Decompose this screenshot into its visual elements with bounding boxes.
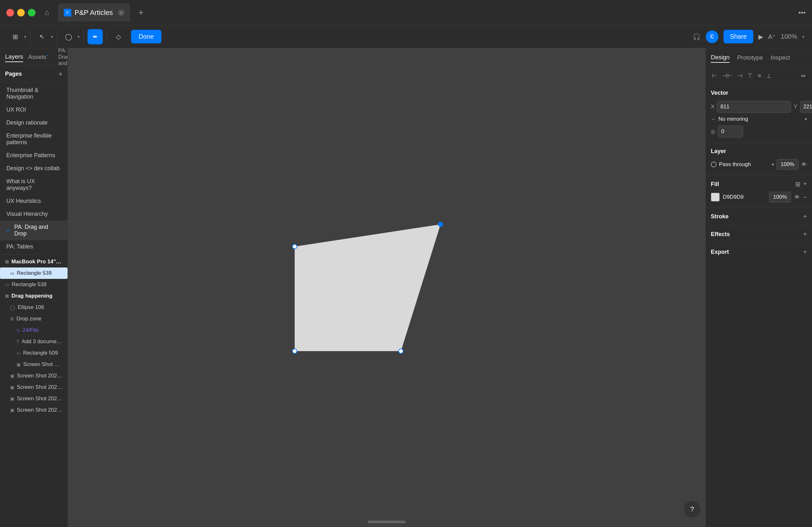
help-button[interactable]: ?	[684, 501, 700, 517]
page-item-what-ux[interactable]: What is UX anyways?	[0, 175, 68, 195]
angle-input[interactable]	[718, 125, 743, 137]
align-center-h-button[interactable]: ⊣⊢	[721, 71, 734, 80]
layer-screenshot-4[interactable]: ▣ Screen Shot 2022-10-05 at 3.57	[0, 393, 68, 404]
fill-opacity-input[interactable]	[769, 192, 791, 202]
layer-screenshot-3[interactable]: ▣ Screen Shot 2022-10-05 at 4.19	[0, 381, 68, 393]
page-item-ux-heuristics[interactable]: UX Heuristics	[0, 195, 68, 208]
layer-rectangle-509[interactable]: ▭ Rectangle 509	[0, 347, 68, 359]
right-panel-tabs: Design Prototype Inspect	[706, 48, 812, 67]
layer-screenshot-2[interactable]: ▣ Screen Shot 2022-10-05 at 4.19	[0, 370, 68, 381]
fill-actions: ⊞ +	[795, 180, 807, 188]
page-item-thumbnail[interactable]: Thumbnail & Navigation	[0, 84, 68, 103]
align-bottom-button[interactable]: ⊥	[765, 71, 773, 80]
title-actions: •••	[798, 9, 806, 17]
maximize-traffic-light[interactable]	[28, 9, 35, 16]
tab-design[interactable]: Design	[711, 52, 729, 63]
layer-drag-happening[interactable]: ⊞ Drag happening	[0, 290, 68, 302]
more-options-button[interactable]: •••	[798, 9, 806, 17]
blend-circle-icon	[711, 162, 716, 167]
layer-add-3-docs[interactable]: T Add 3 documents	[0, 336, 68, 347]
fill-color-swatch[interactable]	[711, 193, 720, 201]
layer-icon-rect2: ▭	[5, 282, 9, 287]
tab-assets[interactable]: Assets	[28, 52, 48, 62]
layer-icon-image1: ▣	[16, 362, 20, 367]
vertex-bottom-right[interactable]	[398, 349, 404, 353]
tab-close-button[interactable]: ×	[118, 10, 124, 16]
fill-grid-button[interactable]: ⊞	[795, 180, 801, 188]
text-size-button[interactable]: A⁺	[768, 33, 776, 41]
page-item-enterprise-patterns[interactable]: Enterprise Patterns	[0, 149, 68, 162]
page-item-design-dev[interactable]: Design <> dev collab	[0, 162, 68, 175]
layer-ellipse-106[interactable]: ◯ Ellipse 106	[0, 302, 68, 313]
pages-list: Thumbnail & Navigation UX ROI Design rat…	[0, 82, 68, 527]
share-button[interactable]: Share	[724, 30, 753, 43]
layer-24-file[interactable]: ◇ 24/File	[0, 325, 68, 336]
shape-tool-button[interactable]: ◯	[61, 29, 76, 44]
page-name: PA: Tables	[6, 243, 33, 250]
move-tool-button[interactable]: ↖	[34, 29, 49, 44]
new-tab-button[interactable]: +	[135, 6, 147, 19]
zoom-chevron: ▾	[802, 34, 804, 39]
opacity-input[interactable]	[777, 159, 799, 170]
x-input[interactable]	[717, 101, 791, 113]
pen-tool-button[interactable]: ✒	[88, 29, 103, 44]
layer-drop-zone[interactable]: ⊞ Drop zone	[0, 313, 68, 325]
layer-macbook-pro[interactable]: ⊞ MacBook Pro 14" - 1	[0, 256, 68, 268]
done-button[interactable]: Done	[131, 30, 161, 43]
stroke-add-button[interactable]: +	[803, 213, 807, 220]
page-name: UX ROI	[6, 106, 26, 113]
home-button[interactable]: ⌂	[41, 6, 53, 19]
y-input[interactable]	[800, 101, 812, 113]
page-name: Design <> dev collab	[6, 165, 60, 172]
play-button[interactable]: ▶	[758, 33, 763, 41]
layer-rectangle-538[interactable]: ▭ Rectangle 538	[0, 279, 68, 290]
panel-tabs: Layers Assets PA: Drag and... ▾	[0, 48, 68, 66]
page-item-visual-hierarchy[interactable]: Visual Hierarchy	[0, 208, 68, 221]
mirror-row[interactable]: ↔ No mirroring ▾	[711, 116, 807, 122]
grid-tool-button[interactable]: ⊞	[8, 29, 23, 44]
vertex-top-right[interactable]	[438, 222, 443, 227]
tool-group-move: ↖ ▾	[34, 29, 57, 44]
fill-visibility-toggle[interactable]: 👁	[794, 194, 800, 200]
canvas-area[interactable]: ?	[68, 48, 706, 527]
export-add-button[interactable]: +	[803, 249, 807, 256]
tab-icon: F	[64, 9, 71, 16]
page-item-ux-roi[interactable]: UX ROI	[0, 103, 68, 116]
close-traffic-light[interactable]	[6, 9, 14, 16]
active-tab[interactable]: F P&P Articles ×	[58, 4, 130, 21]
tab-layers[interactable]: Layers	[5, 52, 23, 62]
page-item-pa-tables[interactable]: PA: Tables	[0, 240, 68, 253]
export-header: Export +	[711, 249, 807, 256]
page-item-design-rationale[interactable]: Design rationale	[0, 116, 68, 129]
zoom-level-display[interactable]: 100%	[781, 33, 797, 40]
effects-add-button[interactable]: +	[803, 231, 807, 238]
layer-screenshot-1[interactable]: ▣ Screen Shot 2022-10-05 at 4.19	[0, 359, 68, 370]
horizontal-scrollbar[interactable]	[368, 521, 406, 523]
page-item-pa-drag-drop[interactable]: ✓ PA: Drag and Drop	[0, 221, 68, 240]
tab-prototype[interactable]: Prototype	[737, 53, 763, 62]
vertex-top-left[interactable]	[292, 244, 297, 249]
page-checkmark: ✓	[6, 227, 11, 234]
fill-add-button[interactable]: +	[803, 180, 807, 188]
page-item-enterprise-flex[interactable]: Enterprise flexible patterns	[0, 129, 68, 149]
add-page-button[interactable]: +	[58, 70, 62, 78]
visibility-toggle[interactable]: 👁	[801, 161, 807, 168]
layer-section: Layer Pass through ▾ 👁	[706, 143, 812, 175]
align-right-button[interactable]: ⊣	[736, 71, 744, 80]
tool-group-pen: ✒	[88, 29, 107, 44]
tab-inspect[interactable]: Inspect	[770, 53, 790, 62]
align-left-button[interactable]: ⊢	[711, 71, 719, 80]
fill-remove-button[interactable]: −	[803, 194, 807, 201]
align-top-button[interactable]: ⊤	[746, 71, 754, 80]
minimize-traffic-light[interactable]	[17, 9, 25, 16]
hand-tool-button[interactable]: ◇	[111, 29, 126, 44]
align-center-v-button[interactable]: ≡	[756, 71, 763, 80]
distribute-button[interactable]: ⇔	[800, 71, 807, 80]
layer-rectangle-539[interactable]: ▭ Rectangle 539	[0, 268, 68, 279]
vertex-bottom-left[interactable]	[292, 349, 297, 353]
fill-header: Fill ⊞ +	[711, 180, 807, 188]
layer-screenshot-5[interactable]: ▣ Screen Shot 2022-10-05 at 3.57	[0, 404, 68, 416]
blend-mode-value[interactable]: Pass through	[719, 161, 769, 168]
vector-shape[interactable]	[291, 205, 482, 370]
page-name: Enterprise flexible patterns	[6, 133, 61, 146]
